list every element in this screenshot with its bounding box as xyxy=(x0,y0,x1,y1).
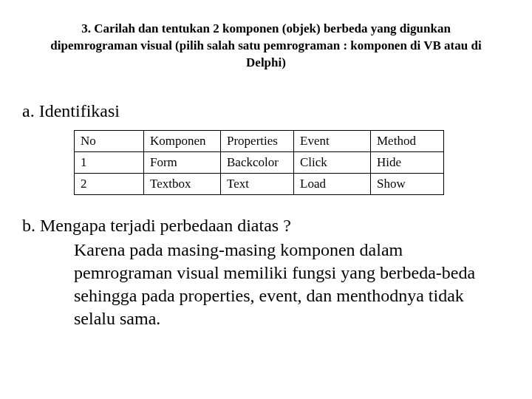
table-header-row: No Komponen Properties Event Method xyxy=(75,130,444,151)
table-row: 2 Textbox Text Load Show xyxy=(75,173,444,194)
header-properties: Properties xyxy=(221,130,294,151)
question-heading: 3. Carilah dan tentukan 2 komponen (obje… xyxy=(37,21,495,72)
identifikasi-table: No Komponen Properties Event Method 1 Fo… xyxy=(74,130,444,195)
cell-properties: Text xyxy=(221,173,294,194)
section-b-answer: Karena pada masing-masing komponen dalam… xyxy=(74,239,488,331)
cell-no: 1 xyxy=(75,151,144,173)
cell-komponen: Textbox xyxy=(144,173,221,194)
cell-event: Load xyxy=(294,173,371,194)
cell-method: Show xyxy=(371,173,444,194)
cell-komponen: Form xyxy=(144,151,221,173)
cell-no: 2 xyxy=(75,173,144,194)
header-method: Method xyxy=(371,130,444,151)
header-event: Event xyxy=(294,130,371,151)
cell-event: Click xyxy=(294,151,371,173)
table-row: 1 Form Backcolor Click Hide xyxy=(75,151,444,173)
section-b-question: b. Mengapa terjadi perbedaan diatas ? xyxy=(22,216,510,236)
cell-properties: Backcolor xyxy=(221,151,294,173)
header-komponen: Komponen xyxy=(144,130,221,151)
section-a-label: a. Identifikasi xyxy=(22,101,510,121)
header-no: No xyxy=(75,130,144,151)
cell-method: Hide xyxy=(371,151,444,173)
